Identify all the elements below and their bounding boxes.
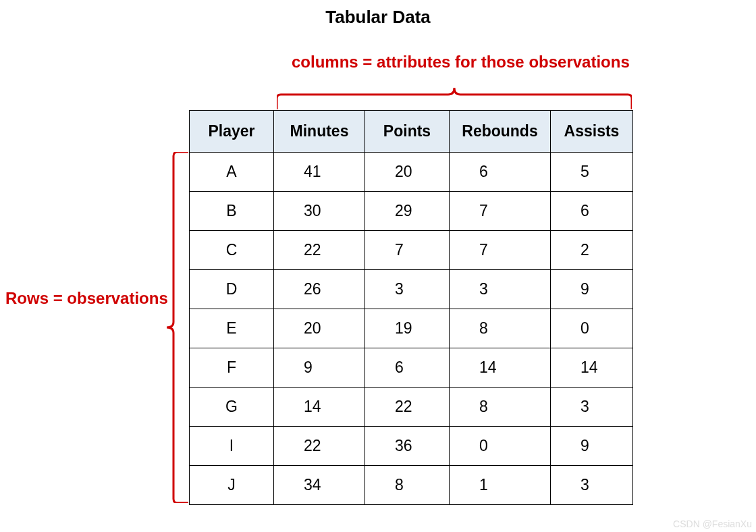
column-header: Points — [365, 111, 450, 153]
rows-annotation: Rows = observations — [5, 289, 168, 308]
table-cell: 9 — [274, 348, 365, 388]
table-cell: 3 — [551, 466, 633, 505]
table-cell: 30 — [274, 192, 365, 231]
table-cell: 6 — [551, 192, 633, 231]
table-cell: 0 — [450, 427, 551, 466]
table-cell: 9 — [551, 427, 633, 466]
table-cell: 22 — [365, 388, 450, 427]
rows-brace-icon — [165, 152, 188, 503]
table-cell: 41 — [274, 153, 365, 192]
table-cell: 14 — [274, 388, 365, 427]
table-cell: 29 — [365, 192, 450, 231]
data-table-container: PlayerMinutesPointsReboundsAssists A4120… — [189, 110, 633, 505]
table-cell: 14 — [450, 348, 551, 388]
table-cell: 6 — [450, 153, 551, 192]
column-header: Player — [190, 111, 274, 153]
table-cell: 3 — [551, 388, 633, 427]
table-row: I223609 — [190, 427, 633, 466]
table-row: D26339 — [190, 270, 633, 309]
table-cell: 22 — [274, 427, 365, 466]
table-cell: 8 — [365, 466, 450, 505]
table-cell: 22 — [274, 231, 365, 270]
table-cell: F — [190, 348, 274, 388]
table-cell: 8 — [450, 309, 551, 348]
columns-brace-icon — [277, 86, 632, 109]
columns-annotation: columns = attributes for those observati… — [292, 53, 630, 72]
column-header: Minutes — [274, 111, 365, 153]
table-cell: 26 — [274, 270, 365, 309]
table-cell: 3 — [365, 270, 450, 309]
table-cell: 20 — [365, 153, 450, 192]
table-cell: 7 — [365, 231, 450, 270]
table-cell: A — [190, 153, 274, 192]
table-row: A412065 — [190, 153, 633, 192]
table-cell: 34 — [274, 466, 365, 505]
table-cell: 19 — [365, 309, 450, 348]
table-cell: G — [190, 388, 274, 427]
column-header: Assists — [551, 111, 633, 153]
table-cell: 36 — [365, 427, 450, 466]
table-body: A412065B302976C22772D26339E201980F961414… — [190, 153, 633, 505]
table-row: B302976 — [190, 192, 633, 231]
table-cell: 9 — [551, 270, 633, 309]
table-row: G142283 — [190, 388, 633, 427]
watermark: CSDN @FesianXu — [673, 518, 752, 529]
table-row: C22772 — [190, 231, 633, 270]
table-cell: 0 — [551, 309, 633, 348]
table-cell: J — [190, 466, 274, 505]
page-title: Tabular Data — [0, 7, 756, 28]
table-cell: D — [190, 270, 274, 309]
data-table: PlayerMinutesPointsReboundsAssists A4120… — [189, 110, 633, 505]
table-cell: 3 — [450, 270, 551, 309]
table-cell: C — [190, 231, 274, 270]
table-row: J34813 — [190, 466, 633, 505]
column-header: Rebounds — [450, 111, 551, 153]
table-row: E201980 — [190, 309, 633, 348]
table-cell: 14 — [551, 348, 633, 388]
table-cell: E — [190, 309, 274, 348]
table-cell: 7 — [450, 192, 551, 231]
table-cell: 5 — [551, 153, 633, 192]
table-cell: 2 — [551, 231, 633, 270]
table-cell: 20 — [274, 309, 365, 348]
table-row: F961414 — [190, 348, 633, 388]
table-header-row: PlayerMinutesPointsReboundsAssists — [190, 111, 633, 153]
table-cell: 1 — [450, 466, 551, 505]
table-cell: 8 — [450, 388, 551, 427]
table-cell: I — [190, 427, 274, 466]
table-cell: 6 — [365, 348, 450, 388]
table-cell: B — [190, 192, 274, 231]
table-cell: 7 — [450, 231, 551, 270]
